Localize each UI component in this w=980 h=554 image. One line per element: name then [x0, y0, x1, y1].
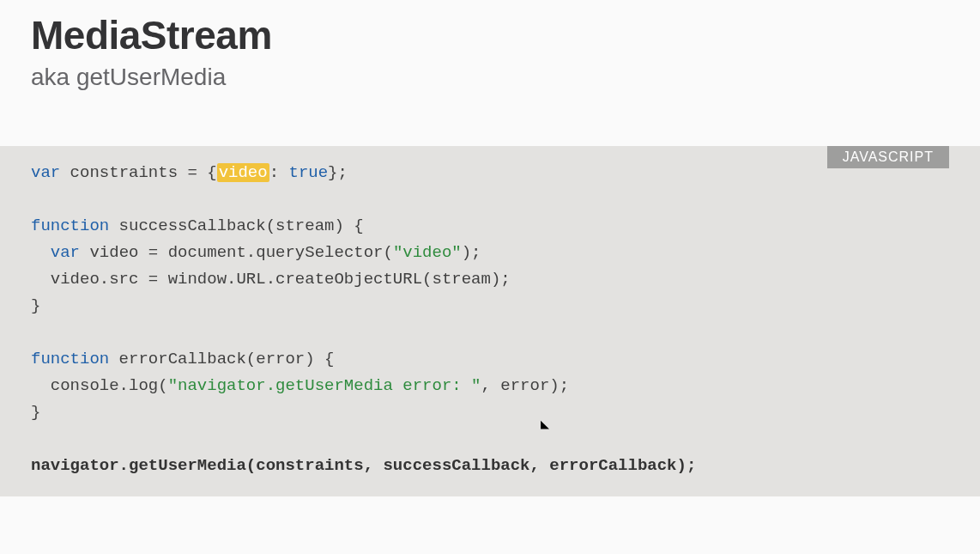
string-literal: "navigator.getUserMedia error: " — [168, 376, 481, 395]
code-text: ); — [462, 243, 481, 262]
code-content: var constraints = {video: true}; functio… — [31, 160, 949, 479]
code-text: : — [269, 163, 289, 182]
keyword-var: var — [31, 163, 60, 182]
code-text: } — [31, 296, 40, 315]
code-text: errorCallback(error) { — [109, 350, 334, 368]
code-text: successCallback(stream) { — [109, 216, 363, 235]
slide-subtitle: aka getUserMedia — [31, 64, 949, 91]
code-text: video = document.querySelector( — [80, 243, 393, 262]
keyword-function: function — [31, 216, 109, 235]
slide: MediaStream aka getUserMedia JAVASCRIPT … — [0, 0, 980, 554]
code-text: } — [31, 403, 40, 422]
code-text: console.log( — [31, 376, 168, 395]
slide-title: MediaStream — [31, 12, 949, 58]
string-literal: "video" — [393, 243, 462, 262]
code-text: constraints = { — [60, 163, 216, 182]
code-text: }; — [328, 163, 348, 182]
emphasized-line: navigator.getUserMedia(constraints, succ… — [31, 456, 696, 475]
code-language-label: JAVASCRIPT — [827, 146, 949, 168]
boolean-literal: true — [288, 163, 328, 182]
keyword-var: var — [51, 243, 80, 262]
keyword-function: function — [31, 350, 109, 368]
code-block: JAVASCRIPT var constraints = {video: tru… — [0, 146, 980, 496]
code-text: video.src = window.URL.createObjectURL(s… — [31, 270, 511, 289]
code-text: , error); — [481, 376, 570, 395]
highlighted-token: video — [217, 163, 269, 182]
